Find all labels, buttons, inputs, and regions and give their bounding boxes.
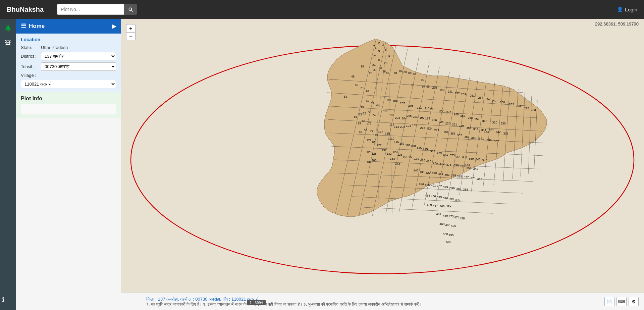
svg-text:127: 127 bbox=[376, 144, 381, 147]
svg-text:26: 26 bbox=[369, 71, 372, 75]
sidebar-title-bar[interactable]: ☰ Home ▶ bbox=[16, 19, 121, 34]
svg-text:283: 283 bbox=[531, 108, 536, 112]
map-area[interactable]: 292.68361, 509.19790 + − bbox=[121, 19, 644, 310]
svg-text:339: 339 bbox=[486, 139, 491, 142]
svg-text:237: 237 bbox=[454, 92, 460, 95]
svg-text:402: 402 bbox=[437, 185, 442, 188]
svg-text:416: 416 bbox=[420, 159, 425, 162]
svg-text:74: 74 bbox=[372, 113, 376, 117]
svg-text:3: 3 bbox=[382, 43, 384, 46]
svg-text:143: 143 bbox=[395, 162, 400, 165]
svg-text:461: 461 bbox=[436, 212, 441, 216]
bottom-bar: 1 : 3994 जिला : 137 अमरोहा, तहसील : 0073… bbox=[121, 293, 644, 310]
svg-text:158: 158 bbox=[408, 155, 413, 159]
search-button[interactable] bbox=[124, 4, 137, 15]
svg-text:343: 343 bbox=[475, 158, 480, 161]
export-icon-button[interactable]: 📄 bbox=[604, 297, 614, 306]
svg-text:463: 463 bbox=[439, 222, 444, 226]
tree-icon-button[interactable]: 🌲 bbox=[2, 22, 14, 34]
svg-text:75: 75 bbox=[376, 103, 379, 107]
svg-text:239: 239 bbox=[461, 93, 466, 96]
svg-text:367: 367 bbox=[457, 134, 462, 137]
zoom-in-button[interactable]: + bbox=[126, 24, 136, 32]
svg-text:60: 60 bbox=[362, 119, 365, 123]
svg-text:211: 211 bbox=[417, 106, 422, 109]
svg-text:94: 94 bbox=[422, 85, 425, 88]
svg-text:236: 236 bbox=[440, 88, 445, 92]
svg-text:375: 375 bbox=[457, 175, 462, 178]
svg-text:81: 81 bbox=[394, 71, 397, 75]
image-icon-button[interactable]: 🖼 bbox=[2, 37, 14, 49]
svg-text:204: 204 bbox=[401, 117, 407, 120]
search-icon bbox=[128, 7, 133, 12]
svg-text:88: 88 bbox=[404, 70, 407, 74]
svg-text:220: 220 bbox=[445, 122, 450, 125]
village-select[interactable]: 118021 अतरासी bbox=[21, 80, 116, 88]
svg-text:62: 62 bbox=[363, 112, 366, 115]
svg-text:34: 34 bbox=[379, 66, 382, 70]
hamburger-icon: ☰ bbox=[21, 22, 26, 30]
svg-text:416: 416 bbox=[426, 160, 431, 163]
village-label: Village : bbox=[21, 73, 41, 78]
svg-text:38: 38 bbox=[382, 70, 386, 73]
svg-text:456: 456 bbox=[431, 195, 436, 198]
svg-text:259: 259 bbox=[474, 117, 479, 121]
keyboard-icon-button[interactable]: ⌨ bbox=[616, 297, 627, 306]
svg-text:358: 358 bbox=[443, 130, 448, 134]
svg-text:500: 500 bbox=[443, 232, 448, 236]
svg-text:122: 122 bbox=[366, 139, 371, 142]
svg-text:110: 110 bbox=[389, 137, 394, 140]
disclaimer-text: १. यह प्रति मात्र जानकारी के लिए है। २. … bbox=[146, 302, 600, 307]
login-button[interactable]: 👤 Login bbox=[617, 6, 637, 12]
sidebar-panel: ☰ Home ▶ Location State: Uttar Pradesh D… bbox=[16, 19, 121, 310]
svg-text:252: 252 bbox=[485, 97, 490, 101]
svg-text:90: 90 bbox=[413, 72, 416, 76]
svg-text:128: 128 bbox=[371, 152, 376, 155]
tehsil-select[interactable]: 00730 अमरोहा bbox=[41, 62, 116, 71]
svg-text:117: 117 bbox=[378, 130, 383, 134]
district-label: District : bbox=[21, 54, 41, 59]
svg-text:194: 194 bbox=[406, 124, 411, 127]
svg-text:415: 415 bbox=[417, 146, 422, 150]
svg-text:100: 100 bbox=[392, 99, 397, 103]
svg-text:310: 310 bbox=[492, 121, 497, 124]
svg-text:195: 195 bbox=[412, 123, 417, 127]
svg-text:17: 17 bbox=[372, 55, 376, 58]
village-row: Village : bbox=[21, 73, 116, 78]
coordinates-display: 292.68361, 509.19790 bbox=[595, 21, 639, 27]
svg-text:427: 427 bbox=[425, 171, 430, 174]
svg-text:378: 378 bbox=[470, 176, 475, 180]
svg-text:457: 457 bbox=[433, 204, 438, 207]
svg-text:328: 328 bbox=[482, 119, 487, 123]
settings-icon-button[interactable]: ⚙ bbox=[629, 297, 639, 306]
svg-text:103: 103 bbox=[383, 109, 388, 113]
svg-text:51: 51 bbox=[361, 87, 364, 90]
svg-text:399: 399 bbox=[448, 197, 453, 201]
info-icon-button[interactable]: ℹ bbox=[2, 296, 4, 303]
svg-text:347: 347 bbox=[477, 177, 482, 180]
svg-text:43: 43 bbox=[366, 89, 369, 93]
svg-text:59: 59 bbox=[364, 128, 367, 132]
svg-text:233: 233 bbox=[432, 86, 437, 89]
sidebar-collapse-arrow[interactable]: ▶ bbox=[112, 23, 116, 30]
svg-text:453: 453 bbox=[419, 182, 424, 186]
svg-text:350: 350 bbox=[453, 164, 459, 167]
svg-text:395: 395 bbox=[437, 196, 442, 199]
svg-text:57: 57 bbox=[358, 122, 361, 125]
location-label: Location bbox=[21, 37, 116, 42]
svg-text:123: 123 bbox=[392, 150, 397, 154]
svg-text:335: 335 bbox=[503, 132, 508, 135]
district-select[interactable]: 137 अमरोहा bbox=[41, 52, 116, 60]
svg-text:377: 377 bbox=[464, 175, 469, 179]
svg-text:371: 371 bbox=[443, 153, 448, 156]
svg-text:66: 66 bbox=[361, 105, 364, 108]
search-input[interactable] bbox=[57, 4, 124, 15]
svg-text:401: 401 bbox=[444, 173, 449, 176]
svg-text:123: 123 bbox=[371, 140, 376, 144]
svg-text:5: 5 bbox=[378, 50, 380, 53]
plot-info-section: Plot Info bbox=[16, 92, 121, 118]
state-value: Uttar Pradesh bbox=[41, 45, 68, 50]
svg-text:207: 207 bbox=[400, 102, 405, 105]
district-row: District : 137 अमरोहा bbox=[21, 52, 116, 60]
zoom-out-button[interactable]: − bbox=[126, 32, 136, 40]
